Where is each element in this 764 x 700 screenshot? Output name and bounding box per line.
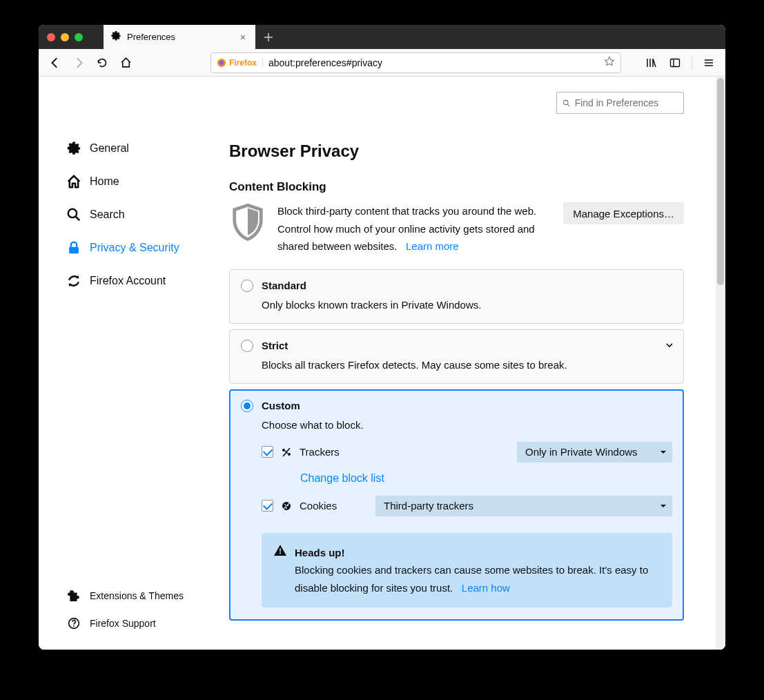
sidebar-item-label: Home bbox=[90, 175, 119, 188]
sidebar-item-home[interactable]: Home bbox=[66, 165, 202, 198]
card-desc: Only blocks known trackers in Private Wi… bbox=[262, 299, 672, 311]
svg-rect-6 bbox=[69, 247, 79, 254]
select-value: Third-party trackers bbox=[384, 500, 473, 512]
sync-icon bbox=[66, 273, 81, 289]
tab-preferences[interactable]: Preferences × bbox=[104, 25, 255, 49]
page-title: Browser Privacy bbox=[229, 142, 684, 161]
puzzle-icon bbox=[66, 588, 81, 603]
browser-window: Preferences × Firefox about:preferences#… bbox=[39, 25, 725, 650]
traffic-lights bbox=[39, 33, 83, 41]
cookies-label: Cookies bbox=[300, 500, 337, 512]
svg-point-16 bbox=[284, 504, 286, 505]
svg-rect-2 bbox=[671, 59, 680, 66]
question-icon bbox=[66, 616, 81, 631]
section-title: Content Blocking bbox=[229, 180, 684, 194]
card-desc: Blocks all trackers Firefox detects. May… bbox=[262, 359, 672, 371]
search-icon bbox=[66, 207, 81, 222]
find-input[interactable] bbox=[575, 97, 678, 108]
sidebar-item-label: Firefox Support bbox=[90, 618, 156, 629]
nav-toolbar: Firefox about:preferences#privacy bbox=[39, 49, 725, 77]
sidebar-item-support[interactable]: Firefox Support bbox=[66, 611, 184, 636]
chevron-down-icon bbox=[660, 500, 667, 512]
cookie-icon bbox=[280, 500, 293, 512]
content-blocking-cards: Standard Only blocks known trackers in P… bbox=[229, 269, 684, 621]
svg-point-4 bbox=[68, 209, 77, 217]
warning-icon bbox=[274, 544, 286, 597]
svg-point-12 bbox=[288, 453, 291, 456]
card-standard[interactable]: Standard Only blocks known trackers in P… bbox=[229, 269, 684, 324]
sidebar-item-label: Privacy & Security bbox=[90, 242, 179, 254]
content-blocking-text: Block third-party content that tracks yo… bbox=[277, 202, 552, 255]
manage-exceptions-button[interactable]: Manage Exceptions… bbox=[563, 202, 684, 224]
app-menu-button[interactable] bbox=[698, 52, 720, 74]
preferences-sidebar: General Home Search Privacy & Security bbox=[39, 77, 202, 650]
bookmark-star-icon[interactable] bbox=[604, 56, 615, 70]
heads-up-title: Heads up! bbox=[295, 544, 660, 562]
sidebar-item-general[interactable]: General bbox=[66, 132, 202, 165]
home-button[interactable] bbox=[115, 52, 137, 74]
radio-standard[interactable] bbox=[241, 280, 253, 292]
checkbox-cookies[interactable] bbox=[262, 500, 273, 512]
sidebar-toggle-button[interactable] bbox=[664, 52, 686, 74]
divider bbox=[692, 55, 692, 70]
radio-strict[interactable] bbox=[241, 340, 253, 352]
vertical-scrollbar[interactable] bbox=[716, 77, 725, 650]
sidebar-item-label: General bbox=[90, 142, 129, 155]
cookies-select[interactable]: Third-party trackers bbox=[375, 496, 672, 516]
url-bar[interactable]: Firefox about:preferences#privacy bbox=[210, 52, 621, 73]
chevron-down-icon[interactable] bbox=[665, 340, 674, 352]
minimize-window-button[interactable] bbox=[61, 33, 69, 41]
lock-icon bbox=[66, 240, 81, 255]
close-window-button[interactable] bbox=[47, 33, 55, 41]
tab-title: Preferences bbox=[127, 32, 232, 42]
firefox-brand-label: Firefox bbox=[229, 58, 257, 68]
home-icon bbox=[66, 174, 81, 189]
reload-button[interactable] bbox=[91, 52, 113, 74]
content-blocking-intro: Block third-party content that tracks yo… bbox=[229, 202, 684, 255]
heads-up-box: Heads up! Blocking cookies and trackers … bbox=[262, 533, 672, 608]
firefox-brand: Firefox bbox=[217, 58, 263, 68]
titlebar: Preferences × bbox=[39, 25, 725, 49]
card-custom: Custom Choose what to block. Trackers On… bbox=[229, 389, 684, 621]
find-in-preferences[interactable] bbox=[556, 92, 684, 114]
svg-point-8 bbox=[73, 625, 75, 627]
radio-custom[interactable] bbox=[241, 400, 253, 412]
sidebar-item-label: Search bbox=[90, 208, 125, 221]
card-strict[interactable]: Strict Blocks all trackers Firefox detec… bbox=[229, 329, 684, 384]
library-button[interactable] bbox=[640, 52, 663, 74]
svg-point-11 bbox=[282, 449, 285, 451]
chevron-down-icon bbox=[660, 446, 667, 458]
new-tab-button[interactable] bbox=[258, 27, 279, 48]
trackers-label: Trackers bbox=[300, 446, 340, 458]
svg-point-9 bbox=[563, 100, 568, 105]
sidebar-item-extensions[interactable]: Extensions & Themes bbox=[66, 583, 184, 608]
search-icon bbox=[562, 99, 571, 108]
forward-button[interactable] bbox=[68, 52, 90, 74]
back-button[interactable] bbox=[44, 52, 66, 74]
svg-point-18 bbox=[286, 507, 287, 509]
main-panel: Browser Privacy Content Blocking Block t… bbox=[202, 77, 725, 650]
svg-point-1 bbox=[219, 60, 224, 65]
shield-icon bbox=[229, 202, 266, 246]
learn-more-link[interactable]: Learn more bbox=[406, 240, 459, 252]
trackers-row: Trackers Only in Private Windows bbox=[262, 442, 672, 463]
change-block-list-link[interactable]: Change block list bbox=[300, 472, 384, 484]
sidebar-item-label: Firefox Account bbox=[90, 275, 166, 287]
cookies-row: Cookies Third-party trackers bbox=[262, 496, 672, 516]
gear-icon bbox=[110, 30, 121, 44]
sidebar-item-search[interactable]: Search bbox=[66, 198, 202, 231]
gear-icon bbox=[66, 141, 81, 156]
maximize-window-button[interactable] bbox=[75, 33, 83, 41]
firefox-icon bbox=[217, 58, 226, 68]
sidebar-item-privacy[interactable]: Privacy & Security bbox=[66, 231, 202, 264]
sidebar-item-firefox-account[interactable]: Firefox Account bbox=[66, 264, 202, 298]
sidebar-item-label: Extensions & Themes bbox=[90, 590, 184, 601]
learn-how-link[interactable]: Learn how bbox=[462, 582, 510, 594]
trackers-select[interactable]: Only in Private Windows bbox=[517, 442, 672, 463]
close-tab-button[interactable]: × bbox=[237, 32, 248, 43]
card-desc: Choose what to block. bbox=[262, 419, 672, 431]
scrollbar-thumb[interactable] bbox=[717, 78, 724, 285]
checkbox-trackers[interactable] bbox=[262, 446, 273, 458]
svg-line-10 bbox=[567, 104, 569, 106]
content-area: General Home Search Privacy & Security bbox=[39, 77, 725, 650]
